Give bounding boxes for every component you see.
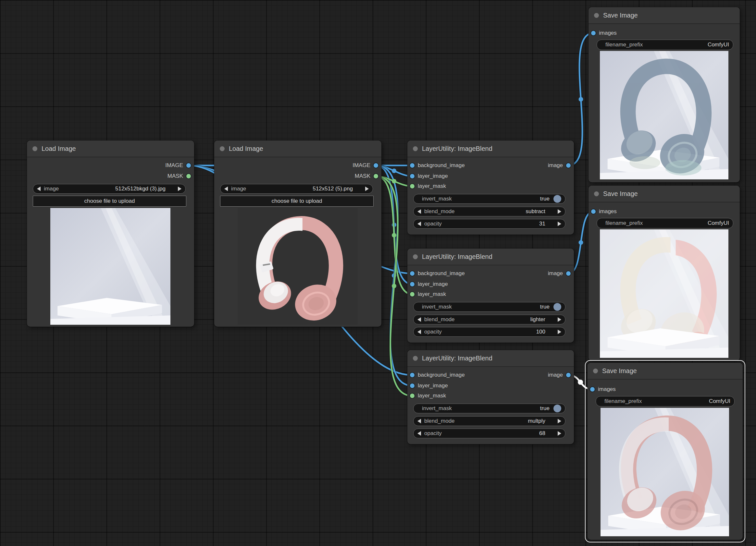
widget-filename-prefix[interactable]: filename_prefix ComfyUI [596,396,735,406]
output-port-mask[interactable] [186,174,191,179]
link-midpoint-dot[interactable] [578,379,583,385]
node-load-image-1[interactable]: Load Image IMAGE MASK image 512x512bkgd … [27,141,194,327]
widget-blend-mode[interactable]: blend_mode lighter [413,315,565,324]
toggle-knob-icon[interactable] [553,195,561,203]
increment-arrow-icon[interactable] [558,222,561,226]
widget-invert-mask[interactable]: invert_mask true [413,302,565,312]
collapse-dot-icon[interactable] [593,368,598,373]
output-port-image[interactable] [186,163,191,168]
link-midpoint-dot[interactable] [392,233,396,238]
widget-opacity[interactable]: opacity 68 [413,428,565,438]
decrement-arrow-icon[interactable] [417,209,421,214]
link-midpoint-dot[interactable] [392,169,396,173]
link-midpoint-dot[interactable] [579,97,583,102]
collapse-dot-icon[interactable] [220,146,225,151]
slot-label: images [598,386,616,392]
widget-invert-mask[interactable]: invert_mask true [413,194,565,204]
node-titlebar[interactable]: Load Image [27,141,194,157]
widget-image-combo[interactable]: image 512x512 (5).png [220,184,373,194]
decrement-arrow-icon[interactable] [417,419,421,423]
collapse-dot-icon[interactable] [413,356,418,361]
input-port-layer-mask[interactable] [410,393,415,398]
input-port-layer-mask[interactable] [410,184,415,189]
node-imageblend-1[interactable]: LayerUtility: ImageBlend background_imag… [407,141,574,235]
widget-filename-prefix[interactable]: filename_prefix ComfyUI [597,218,733,229]
input-port-layer-image[interactable] [410,282,415,286]
input-port-images[interactable] [591,31,596,35]
input-port-background-image[interactable] [410,373,415,377]
slot-label: layer_mask [418,183,446,190]
slot-label: layer_mask [418,291,446,297]
node-titlebar[interactable]: Save Image [589,7,740,24]
widget-image-combo[interactable]: image 512x512bkgd (3).jpg [33,184,186,194]
node-titlebar[interactable]: Load Image [214,141,381,157]
widget-value: 512x512 (5).png [313,186,353,192]
widget-blend-mode[interactable]: blend_mode multply [413,416,565,426]
node-load-image-2[interactable]: Load Image IMAGE MASK image 512x512 (5).… [214,141,381,327]
input-port-layer-image[interactable] [410,383,415,388]
widget-invert-mask[interactable]: invert_mask true [413,403,565,413]
toggle-knob-icon[interactable] [553,404,561,412]
collapse-dot-icon[interactable] [594,192,599,196]
graph-canvas[interactable]: Load Image IMAGE MASK image 512x512bkgd … [0,0,756,546]
increment-arrow-icon[interactable] [558,419,561,423]
node-imageblend-3[interactable]: LayerUtility: ImageBlend background_imag… [407,350,574,444]
widget-value: 512x512bkgd (3).jpg [115,186,166,192]
widget-opacity[interactable]: opacity 31 [413,219,565,229]
link-midpoint-dot[interactable] [392,284,396,288]
output-port-mask[interactable] [374,174,378,179]
node-title: LayerUtility: ImageBlend [422,354,492,362]
toggle-knob-icon[interactable] [553,303,561,311]
output-slot-image: image [548,160,571,171]
increment-arrow-icon[interactable] [558,317,561,322]
node-save-image-1[interactable]: Save Image images filename_prefix ComfyU… [589,7,740,182]
decrement-arrow-icon[interactable] [417,222,421,226]
link-midpoint-dot[interactable] [392,179,396,184]
node-imageblend-2[interactable]: LayerUtility: ImageBlend background_imag… [407,249,574,342]
input-slot-background-image: background_image [410,268,465,279]
input-port-images[interactable] [590,387,595,391]
widget-value: 100 [536,329,545,335]
input-port-images[interactable] [591,209,596,214]
collapse-dot-icon[interactable] [413,146,418,151]
decrement-arrow-icon[interactable] [417,317,421,322]
upload-button-label: choose file to upload [84,198,135,205]
node-save-image-3[interactable]: Save Image images filename_prefix ComfyU… [588,363,743,540]
node-save-image-2[interactable]: Save Image images filename_prefix ComfyU… [589,186,740,361]
input-port-layer-image[interactable] [410,174,415,179]
upload-button[interactable]: choose file to upload [220,196,374,207]
collapse-dot-icon[interactable] [594,13,599,18]
node-titlebar[interactable]: LayerUtility: ImageBlend [407,350,574,367]
node-titlebar[interactable]: Save Image [589,186,740,203]
output-port-image[interactable] [566,271,571,276]
output-port-image[interactable] [566,373,571,377]
increment-arrow-icon[interactable] [558,329,561,334]
input-port-background-image[interactable] [410,163,415,168]
collapse-dot-icon[interactable] [32,146,37,151]
upload-button[interactable]: choose file to upload [33,196,186,207]
image-preview [50,208,170,325]
input-port-background-image[interactable] [410,271,415,276]
widget-opacity[interactable]: opacity 100 [413,327,565,337]
increment-arrow-icon[interactable] [365,187,369,191]
increment-arrow-icon[interactable] [558,431,561,436]
widget-filename-prefix[interactable]: filename_prefix ComfyUI [597,40,733,50]
widget-blend-mode[interactable]: blend_mode subtract [413,207,565,217]
slot-label: images [599,208,617,215]
output-port-image[interactable] [566,163,571,168]
output-port-image[interactable] [374,163,378,168]
decrement-arrow-icon[interactable] [224,187,228,191]
decrement-arrow-icon[interactable] [417,329,421,334]
decrement-arrow-icon[interactable] [417,431,421,436]
increment-arrow-icon[interactable] [558,209,561,214]
link-midpoint-dot[interactable] [579,241,583,245]
collapse-dot-icon[interactable] [413,255,418,259]
widget-label: image [44,186,59,192]
output-slot-mask: MASK [167,171,191,181]
decrement-arrow-icon[interactable] [37,187,41,191]
increment-arrow-icon[interactable] [178,187,181,191]
input-port-layer-mask[interactable] [410,292,415,296]
node-titlebar[interactable]: Save Image [588,363,743,379]
node-titlebar[interactable]: LayerUtility: ImageBlend [407,141,574,157]
node-titlebar[interactable]: LayerUtility: ImageBlend [407,249,574,266]
